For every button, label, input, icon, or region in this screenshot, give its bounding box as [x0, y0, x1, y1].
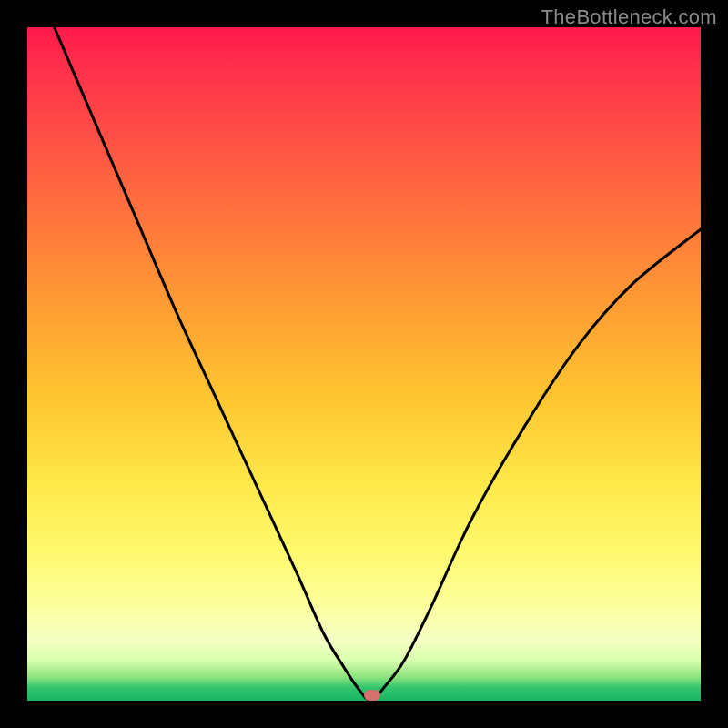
plot-area	[27, 27, 701, 701]
minimum-marker	[364, 690, 380, 701]
chart-frame: TheBottleneck.com	[0, 0, 728, 728]
watermark-text: TheBottleneck.com	[541, 5, 717, 29]
bottleneck-curve	[27, 27, 701, 701]
